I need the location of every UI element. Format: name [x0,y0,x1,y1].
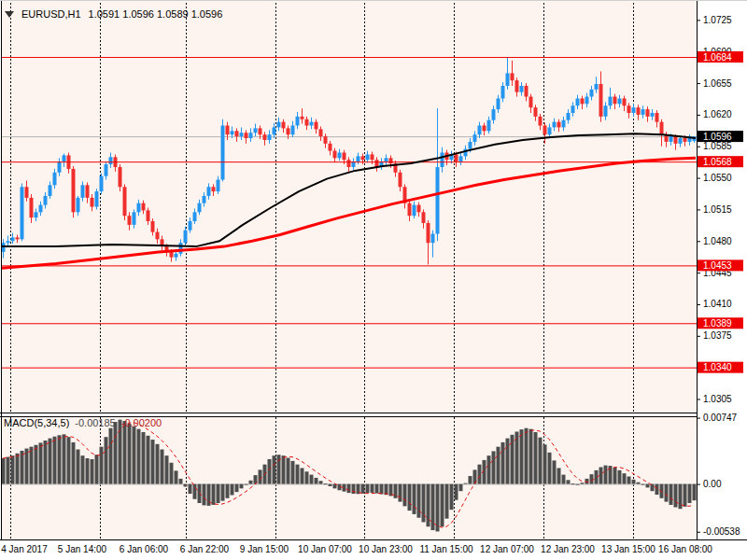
svg-text:1.0375: 1.0375 [703,330,732,341]
symbol-marker-icon [5,11,14,18]
time-axis-label: 9 Jan 15:00 [240,544,289,554]
svg-text:1.0305: 1.0305 [703,394,732,404]
svg-text:1.0480: 1.0480 [703,236,732,246]
svg-text:0.00747: 0.00747 [703,413,738,423]
svg-text:1.0725: 1.0725 [703,15,732,25]
svg-text:1.0568: 1.0568 [703,157,732,167]
symbol-timeframe-label: EURUSD,H1 [21,8,81,20]
time-axis-label: 10 Jan 07:00 [298,544,352,554]
svg-text:1.0684: 1.0684 [703,52,732,63]
time-axis-label: 12 Jan 23:00 [541,544,595,554]
time-axis-label: 13 Jan 15:00 [601,544,655,554]
svg-text:0.00: 0.00 [703,479,722,489]
macd-name-label: MACD(5,34,5) [4,417,69,428]
main-plot-background[interactable] [2,1,697,413]
time-axis-label: 4 Jan 2017 [1,544,48,554]
svg-text:1.0596: 1.0596 [703,132,732,142]
time-axis-label: 10 Jan 23:00 [359,544,413,554]
time-axis-label: 6 Jan 22:00 [180,544,230,554]
svg-text:1.0389: 1.0389 [703,318,732,329]
macd-signal-value: -0.00200 [121,417,162,428]
svg-text:1.0340: 1.0340 [703,362,732,372]
svg-text:1.0550: 1.0550 [703,173,732,183]
ohlc-values-label: 1.0591 1.0596 1.0589 1.0596 [89,8,223,20]
svg-text:1.0655: 1.0655 [703,78,732,89]
time-axis-label: 6 Jan 06:00 [120,544,169,554]
svg-text:1.0410: 1.0410 [703,299,732,309]
time-axis-label: 16 Jan 08:00 [658,544,712,554]
chart-title: EURUSD,H1 1.0591 1.0596 1.0589 1.0596 [5,8,222,20]
svg-text:-0.00538: -0.00538 [703,526,740,537]
time-axis-label: 11 Jan 15:00 [419,544,473,554]
mt4-chart-window: 1.07251.06901.06551.06201.05851.05501.05… [0,0,747,560]
time-axis-label: 5 Jan 14:00 [58,544,107,554]
svg-text:1.0453: 1.0453 [703,260,732,271]
price-chart-canvas[interactable]: 1.07251.06901.06551.06201.05851.05501.05… [0,1,747,560]
macd-indicator-label: MACD(5,34,5) -0.00185 -0.00200 [4,417,162,428]
svg-text:1.0585: 1.0585 [703,141,732,151]
svg-text:1.0515: 1.0515 [703,204,732,215]
svg-text:1.0620: 1.0620 [703,109,732,119]
macd-main-value: -0.00185 [75,417,115,428]
time-axis-label: 12 Jan 07:00 [480,544,534,554]
